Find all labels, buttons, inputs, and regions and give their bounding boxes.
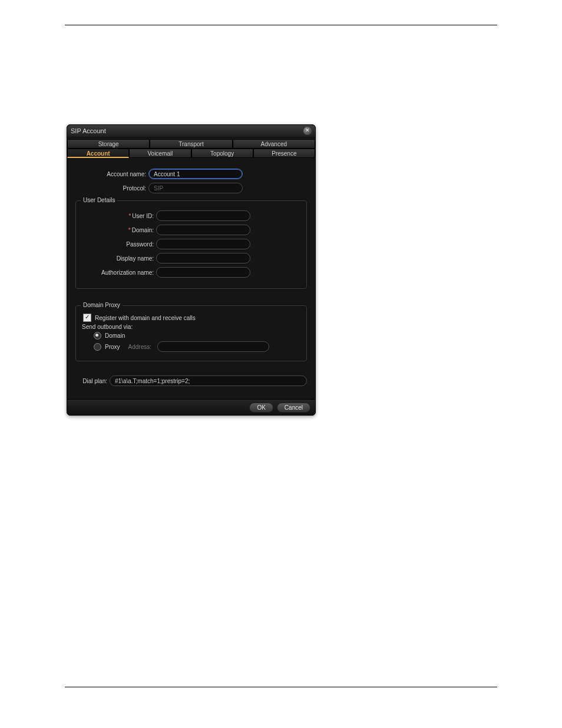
radio-proxy[interactable]: [94, 343, 101, 351]
row-protocol: Protocol:: [75, 183, 307, 193]
required-marker: *: [128, 213, 131, 219]
dialog-body: Account name: Protocol: User Details *Us…: [67, 158, 315, 399]
legend-domain-proxy: Domain Proxy: [81, 302, 123, 308]
dial-plan-input[interactable]: [110, 375, 307, 386]
row-authorization-name: Authorization name:: [83, 267, 299, 278]
proxy-address-label: Address:: [128, 344, 151, 350]
password-input[interactable]: [156, 239, 250, 249]
page: SIP Account ✕ Storage Transport Advanced…: [0, 0, 562, 728]
display-name-input[interactable]: [156, 253, 250, 263]
tab-row-top: Storage Transport Advanced: [67, 139, 315, 149]
tab-presence[interactable]: Presence: [253, 149, 315, 158]
required-marker: *: [128, 227, 131, 233]
row-dial-plan: Dial plan:: [75, 375, 307, 386]
row-user-id: *User ID:: [83, 210, 299, 221]
cancel-button[interactable]: Cancel: [277, 403, 310, 413]
label-protocol: Protocol:: [75, 185, 148, 192]
radio-proxy-label: Proxy: [105, 344, 120, 350]
row-register-checkbox[interactable]: ✓ Register with domain and receive calls: [83, 314, 299, 322]
label-user-id: *User ID:: [83, 213, 156, 219]
protocol-input: [148, 183, 243, 193]
row-radio-proxy[interactable]: Proxy Address:: [94, 341, 299, 352]
register-checkbox[interactable]: ✓: [83, 314, 91, 322]
tab-account[interactable]: Account: [67, 149, 129, 158]
row-account-name: Account name:: [75, 169, 307, 179]
titlebar: SIP Account ✕: [67, 125, 315, 137]
tab-voicemail[interactable]: Voicemail: [129, 149, 191, 158]
window-title: SIP Account: [71, 127, 106, 134]
register-checkbox-label: Register with domain and receive calls: [95, 315, 196, 321]
send-outbound-label: Send outbound via:: [82, 324, 299, 330]
label-domain: *Domain:: [83, 227, 156, 233]
row-domain: *Domain:: [83, 225, 299, 235]
tab-advanced[interactable]: Advanced: [233, 139, 315, 149]
label-authorization-name: Authorization name:: [83, 269, 156, 276]
proxy-address-input[interactable]: [157, 341, 269, 352]
row-radio-domain[interactable]: Domain: [94, 332, 299, 340]
label-account-name: Account name:: [75, 171, 148, 177]
close-icon[interactable]: ✕: [303, 127, 312, 135]
fieldset-user-details: User Details *User ID: *Domain: Password…: [75, 200, 307, 289]
page-rule-bottom: [65, 687, 497, 687]
row-display-name: Display name:: [83, 253, 299, 263]
tab-transport[interactable]: Transport: [150, 139, 232, 149]
authorization-name-input[interactable]: [156, 267, 250, 278]
fieldset-domain-proxy: Domain Proxy ✓ Register with domain and …: [75, 305, 307, 361]
ok-button[interactable]: OK: [249, 403, 273, 413]
tab-topology[interactable]: Topology: [191, 149, 253, 158]
label-password: Password:: [83, 241, 156, 248]
dialog-footer: OK Cancel: [67, 399, 315, 415]
domain-input[interactable]: [156, 225, 250, 235]
sip-account-dialog: SIP Account ✕ Storage Transport Advanced…: [67, 124, 316, 416]
label-display-name: Display name:: [83, 255, 156, 262]
tab-row-bottom: Account Voicemail Topology Presence: [67, 149, 315, 158]
row-password: Password:: [83, 239, 299, 249]
page-rule-top: [65, 25, 497, 25]
radio-domain-label: Domain: [105, 332, 125, 339]
tab-storage[interactable]: Storage: [67, 139, 150, 149]
user-id-input[interactable]: [156, 210, 250, 221]
account-name-input[interactable]: [148, 169, 243, 179]
legend-user-details: User Details: [81, 197, 117, 203]
radio-domain[interactable]: [94, 332, 101, 340]
label-dial-plan: Dial plan:: [75, 378, 110, 384]
